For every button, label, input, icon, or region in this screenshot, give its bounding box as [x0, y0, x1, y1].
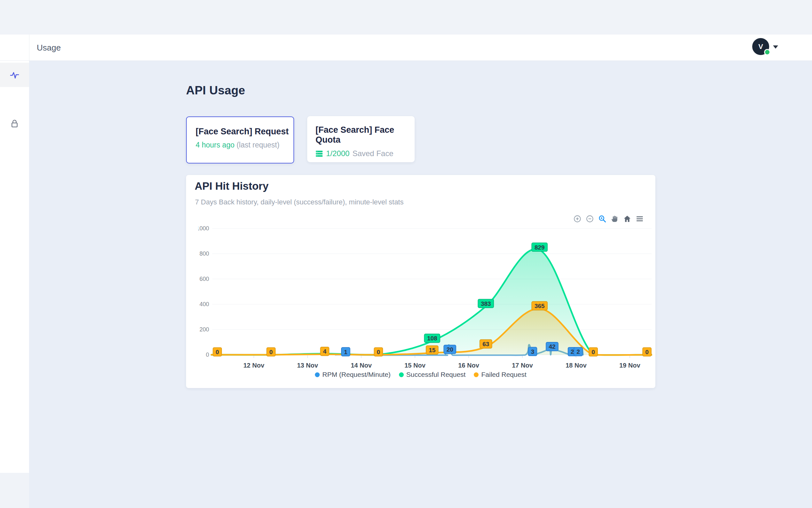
plot-area[interactable]: 0200400600800100012 Nov13 Nov14 Nov15 No… [198, 223, 652, 371]
svg-text:1: 1 [344, 349, 347, 355]
svg-text:0: 0 [645, 349, 649, 355]
legend-label: Failed Request [481, 371, 526, 378]
chart-legend: RPM (Request/Minute)Successful RequestFa… [186, 371, 655, 378]
svg-text:108: 108 [427, 335, 437, 342]
svg-text:2: 2 [576, 348, 580, 355]
online-status-dot [764, 49, 770, 55]
selection-zoom-icon[interactable] [598, 215, 607, 223]
quota-value: 1/2000 [326, 149, 349, 158]
svg-text:200: 200 [199, 326, 209, 333]
svg-text:63: 63 [482, 341, 489, 347]
svg-text:0: 0 [269, 349, 273, 355]
sidebar-item-security[interactable] [0, 111, 29, 136]
svg-text:0: 0 [377, 349, 380, 355]
avatar-initial: V [758, 43, 763, 51]
chart-toolbar [573, 215, 644, 223]
page-title: API Usage [186, 84, 245, 97]
legend-label: RPM (Request/Minute) [322, 371, 391, 378]
zoom-out-icon[interactable] [586, 215, 594, 223]
svg-text:400: 400 [199, 301, 209, 307]
svg-text:365: 365 [534, 303, 545, 309]
svg-text:3: 3 [531, 348, 534, 355]
svg-text:2: 2 [571, 348, 574, 355]
home-icon[interactable] [623, 215, 631, 223]
svg-text:17 Nov: 17 Nov [512, 362, 533, 369]
sidebar [0, 61, 29, 473]
quota-note: Saved Face [352, 149, 393, 158]
activity-icon [10, 70, 19, 80]
breadcrumb: Usage [37, 35, 61, 61]
svg-text:14 Nov: 14 Nov [351, 362, 372, 369]
main-content: API Usage [Face Search] Request 4 hours … [29, 61, 812, 508]
svg-text:42: 42 [549, 343, 556, 350]
chart-subtitle: 7 Days Back history, daily-level (succes… [195, 198, 403, 206]
svg-text:800: 800 [199, 251, 209, 257]
zoom-in-icon[interactable] [573, 215, 581, 223]
card-face-search-request[interactable]: [Face Search] Request 4 hours ago (last … [186, 117, 294, 164]
svg-text:600: 600 [199, 276, 209, 282]
api-hit-history-plot[interactable]: 0200400600800100012 Nov13 Nov14 Nov15 No… [198, 223, 652, 371]
last-request-note: (last request) [237, 141, 279, 149]
app-window: Usage V API Usage [Face Search] Request [0, 0, 812, 508]
svg-text:829: 829 [534, 244, 545, 251]
lock-icon [9, 118, 20, 129]
svg-text:16 Nov: 16 Nov [458, 362, 479, 369]
last-request-time: 4 hours ago [196, 141, 234, 149]
legend-dot-icon [315, 372, 320, 377]
svg-text:13 Nov: 13 Nov [297, 362, 318, 369]
legend-item[interactable]: Successful Request [399, 371, 466, 378]
card-face-quota[interactable]: [Face Search] Face Quota 1/2000 Saved Fa… [307, 116, 415, 162]
sidebar-item-usage[interactable] [0, 63, 29, 87]
server-icon [316, 150, 323, 157]
quota-row: 1/2000 Saved Face [316, 149, 415, 158]
legend-dot-icon [474, 372, 479, 377]
topbar-sidebar-divider [29, 35, 30, 61]
svg-text:0: 0 [591, 349, 595, 355]
api-hit-history-card: API Hit History 7 Days Back history, dai… [186, 175, 655, 388]
svg-text:18 Nov: 18 Nov [566, 362, 587, 369]
legend-item[interactable]: Failed Request [474, 371, 526, 378]
svg-text:0: 0 [206, 351, 209, 358]
legend-label: Successful Request [406, 371, 466, 378]
legend-dot-icon [399, 372, 404, 377]
card-title: [Face Search] Face Quota [316, 125, 415, 145]
chevron-down-icon[interactable] [773, 45, 778, 49]
top-bar: Usage V [0, 35, 812, 61]
pan-icon[interactable] [611, 215, 619, 223]
card-title: [Face Search] Request [196, 127, 293, 137]
svg-text:383: 383 [481, 300, 491, 307]
svg-text:4: 4 [323, 348, 326, 355]
svg-text:1000: 1000 [198, 225, 209, 231]
chart-title: API Hit History [195, 180, 269, 192]
legend-item[interactable]: RPM (Request/Minute) [315, 371, 391, 378]
svg-text:19 Nov: 19 Nov [619, 362, 640, 369]
svg-text:12 Nov: 12 Nov [243, 362, 265, 369]
svg-text:0: 0 [216, 349, 219, 355]
card-subtext: 4 hours ago (last request) [196, 141, 293, 150]
menu-icon[interactable] [635, 215, 644, 223]
svg-text:20: 20 [446, 346, 453, 353]
svg-text:15: 15 [429, 347, 436, 353]
svg-text:15 Nov: 15 Nov [404, 362, 426, 369]
